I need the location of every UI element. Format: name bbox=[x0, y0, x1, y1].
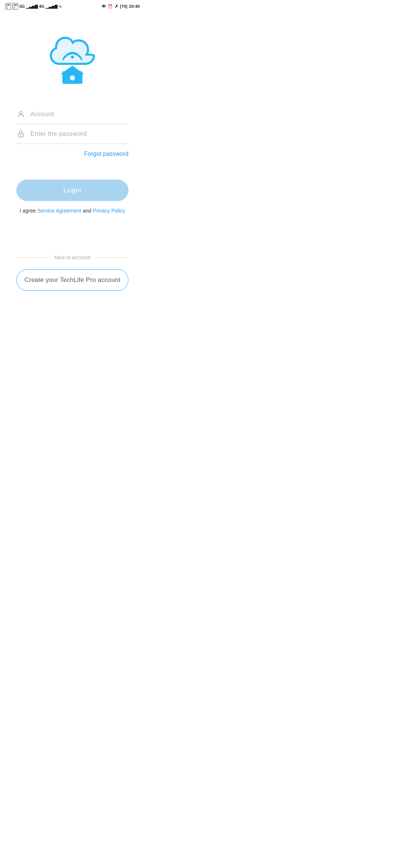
person-icon bbox=[16, 110, 25, 119]
signal-5g-icon: 5G bbox=[19, 4, 25, 9]
privacy-policy-link[interactable]: Privacy Policy bbox=[93, 208, 125, 214]
login-btn-area: Login I agree Service Agreement and Priv… bbox=[0, 157, 145, 214]
alarm-icon: ⏰ bbox=[108, 4, 113, 9]
signal-bars-icon: ▁▃▅▇ bbox=[26, 4, 38, 9]
lock-icon bbox=[16, 129, 25, 138]
signal-bars2-icon: ▁▃▅▇ bbox=[46, 4, 58, 9]
app-logo-icon bbox=[43, 27, 102, 86]
svg-point-4 bbox=[19, 112, 22, 114]
divider-line-left bbox=[16, 257, 50, 258]
svg-point-2 bbox=[70, 75, 75, 80]
divider-row: New to account bbox=[16, 254, 128, 260]
password-input[interactable] bbox=[30, 130, 128, 138]
wifi-icon: ∿ bbox=[59, 4, 62, 9]
time-display: 20:40 bbox=[129, 4, 140, 9]
account-input-row bbox=[16, 105, 128, 124]
logo-area bbox=[0, 12, 145, 105]
battery-icon: [74] bbox=[120, 4, 127, 9]
signal-4g-icon: 4G bbox=[39, 4, 45, 9]
eye-icon: 👁 bbox=[102, 4, 106, 9]
agreement-text: I agree Service Agreement and Privacy Po… bbox=[16, 208, 128, 214]
hd1-badge: HD1 bbox=[5, 3, 11, 10]
service-agreement-link[interactable]: Service Agreement bbox=[37, 208, 81, 214]
status-left-icons: HD1 HD2 5G ▁▃▅▇ 4G ▁▃▅▇ ∿ bbox=[5, 3, 62, 10]
svg-point-3 bbox=[71, 56, 74, 59]
password-input-row bbox=[16, 124, 128, 144]
bottom-section: New to account Create your TechLife Pro … bbox=[0, 254, 145, 291]
status-bar: HD1 HD2 5G ▁▃▅▇ 4G ▁▃▅▇ ∿ 👁 ⏰ ✗ [74] 20:… bbox=[0, 0, 145, 12]
status-right-icons: 👁 ⏰ ✗ [74] 20:40 bbox=[102, 4, 140, 9]
divider-line-right bbox=[95, 257, 128, 258]
login-form: Forgot password bbox=[0, 105, 145, 157]
forgot-password-row: Forgot password bbox=[16, 151, 128, 157]
login-button[interactable]: Login bbox=[16, 180, 128, 201]
create-account-button[interactable]: Create your TechLife Pro account bbox=[16, 269, 128, 291]
forgot-password-link[interactable]: Forgot password bbox=[84, 151, 128, 157]
svg-point-6 bbox=[20, 135, 22, 136]
bluetooth-icon: ✗ bbox=[115, 4, 118, 9]
account-input[interactable] bbox=[30, 111, 128, 118]
hd2-badge: HD2 bbox=[12, 3, 18, 10]
divider-label: New to account bbox=[55, 254, 91, 260]
